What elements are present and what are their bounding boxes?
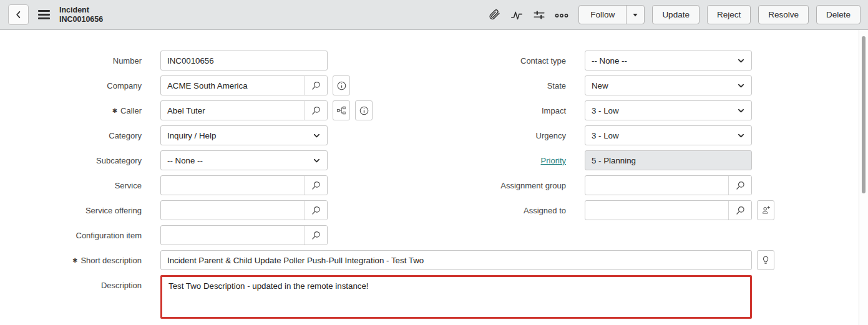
search-icon bbox=[311, 180, 321, 191]
form-header: Incident INC0010656 bbox=[0, 0, 868, 30]
lightbulb-icon bbox=[761, 255, 771, 265]
chevron-down-icon bbox=[737, 57, 745, 65]
number-input[interactable] bbox=[161, 51, 327, 70]
resolve-button[interactable]: Resolve bbox=[758, 5, 809, 24]
suggestion-button[interactable] bbox=[757, 250, 774, 270]
company-preview-button[interactable] bbox=[333, 75, 350, 95]
assignment-group-lookup-button[interactable] bbox=[728, 176, 751, 195]
caller-preview-button[interactable] bbox=[355, 100, 373, 120]
record-title: Incident INC0010656 bbox=[59, 6, 103, 24]
more-options-icon bbox=[554, 7, 569, 22]
description-label: Description bbox=[0, 275, 142, 290]
sliders-icon bbox=[532, 8, 546, 22]
required-marker-icon: ✱ bbox=[112, 107, 117, 114]
caller-field bbox=[160, 100, 328, 120]
state-label: State bbox=[424, 81, 566, 90]
record-number: INC0010656 bbox=[59, 15, 103, 24]
company-field bbox=[160, 75, 328, 95]
context-menu-icon[interactable] bbox=[37, 7, 51, 22]
field-row-assignment-group: Assignment group bbox=[424, 175, 774, 195]
priority-label-link[interactable]: Priority bbox=[541, 156, 566, 165]
service-input[interactable] bbox=[161, 176, 304, 195]
description-highlight-border: Test Two Description - updated in the re… bbox=[160, 275, 752, 319]
service-offering-input[interactable] bbox=[161, 201, 304, 220]
service-offering-lookup-button[interactable] bbox=[304, 201, 327, 220]
service-lookup-button[interactable] bbox=[304, 176, 327, 195]
hierarchy-icon bbox=[336, 105, 346, 115]
contact-type-select[interactable]: -- None -- bbox=[585, 51, 752, 70]
search-icon bbox=[735, 180, 746, 191]
incident-record-page: Incident INC0010656 bbox=[0, 0, 868, 325]
category-label: Category bbox=[0, 131, 142, 140]
chevron-down-icon bbox=[737, 107, 745, 115]
assignment-group-label: Assignment group bbox=[424, 181, 566, 190]
configuration-item-field bbox=[160, 225, 328, 245]
chevron-down-icon bbox=[737, 82, 745, 90]
impact-select[interactable]: 3 - Low bbox=[585, 100, 752, 120]
caller-lookup-button[interactable] bbox=[304, 101, 327, 120]
chevron-down-icon bbox=[313, 132, 321, 140]
update-button[interactable]: Update bbox=[652, 5, 700, 24]
company-input[interactable] bbox=[161, 76, 304, 95]
category-select[interactable]: Inquiry / Help bbox=[160, 125, 328, 145]
urgency-label: Urgency bbox=[424, 131, 566, 140]
configuration-item-label: Configuration item bbox=[0, 231, 142, 240]
priority-readonly-field: 5 - Planning bbox=[585, 150, 752, 170]
reject-button[interactable]: Reject bbox=[707, 5, 751, 24]
search-icon bbox=[311, 205, 321, 216]
field-row-impact: Impact 3 - Low bbox=[424, 100, 774, 120]
subcategory-select[interactable]: -- None -- bbox=[160, 150, 328, 170]
service-offering-field bbox=[160, 200, 328, 220]
priority-label: Priority bbox=[424, 156, 566, 165]
field-row-contact-type: Contact type -- None -- bbox=[424, 51, 774, 70]
company-label: Company bbox=[0, 81, 142, 90]
activity-stream-button[interactable] bbox=[507, 6, 526, 24]
delete-button[interactable]: Delete bbox=[816, 5, 861, 24]
field-row-short-description: ✱ Short description bbox=[0, 250, 774, 270]
subcategory-label: Subcategory bbox=[0, 156, 142, 165]
number-label: Number bbox=[0, 56, 142, 65]
search-icon bbox=[311, 80, 321, 91]
field-row-state: State New bbox=[424, 75, 774, 95]
short-description-field bbox=[160, 250, 752, 270]
follow-button[interactable]: Follow bbox=[579, 6, 626, 24]
chevron-down-icon bbox=[737, 132, 745, 140]
short-description-input[interactable] bbox=[161, 251, 751, 269]
follow-split-button: Follow bbox=[578, 5, 645, 24]
chevron-left-icon bbox=[14, 10, 23, 19]
company-lookup-button[interactable] bbox=[304, 76, 327, 95]
scrollbar-thumb[interactable] bbox=[862, 36, 866, 193]
field-row-priority: Priority 5 - Planning bbox=[424, 150, 774, 170]
attachment-button[interactable] bbox=[485, 6, 504, 24]
configuration-item-input[interactable] bbox=[161, 226, 304, 245]
caller-input[interactable] bbox=[161, 101, 304, 120]
info-icon bbox=[359, 105, 369, 116]
field-row-urgency: Urgency 3 - Low bbox=[424, 125, 774, 145]
chevron-down-icon bbox=[313, 157, 321, 165]
assigned-to-lookup-button[interactable] bbox=[728, 201, 751, 220]
urgency-select[interactable]: 3 - Low bbox=[585, 125, 752, 145]
state-select[interactable]: New bbox=[585, 75, 752, 95]
contact-type-label: Contact type bbox=[424, 56, 566, 65]
incident-form: Number Company bbox=[0, 30, 868, 325]
field-row-assigned-to: Assigned to bbox=[424, 200, 774, 220]
follow-dropdown-button[interactable] bbox=[626, 6, 644, 24]
vertical-scrollbar[interactable] bbox=[859, 30, 868, 325]
assignment-group-input[interactable] bbox=[585, 176, 728, 195]
configuration-item-lookup-button[interactable] bbox=[304, 226, 327, 245]
search-icon bbox=[311, 230, 321, 241]
search-icon bbox=[735, 205, 746, 216]
assigned-to-field bbox=[585, 200, 752, 220]
search-icon bbox=[311, 105, 321, 116]
personalize-form-button[interactable] bbox=[530, 6, 549, 24]
assign-to-me-button[interactable] bbox=[757, 200, 774, 220]
assigned-to-input[interactable] bbox=[585, 201, 728, 220]
number-field bbox=[160, 51, 328, 70]
back-button[interactable] bbox=[8, 4, 29, 25]
caller-show-related-button[interactable] bbox=[333, 100, 350, 120]
page-title: Incident bbox=[59, 6, 103, 15]
more-options-button[interactable] bbox=[552, 6, 571, 24]
description-textarea[interactable]: Test Two Description - updated in the re… bbox=[162, 277, 750, 317]
person-add-icon bbox=[761, 205, 771, 215]
service-label: Service bbox=[0, 181, 142, 190]
